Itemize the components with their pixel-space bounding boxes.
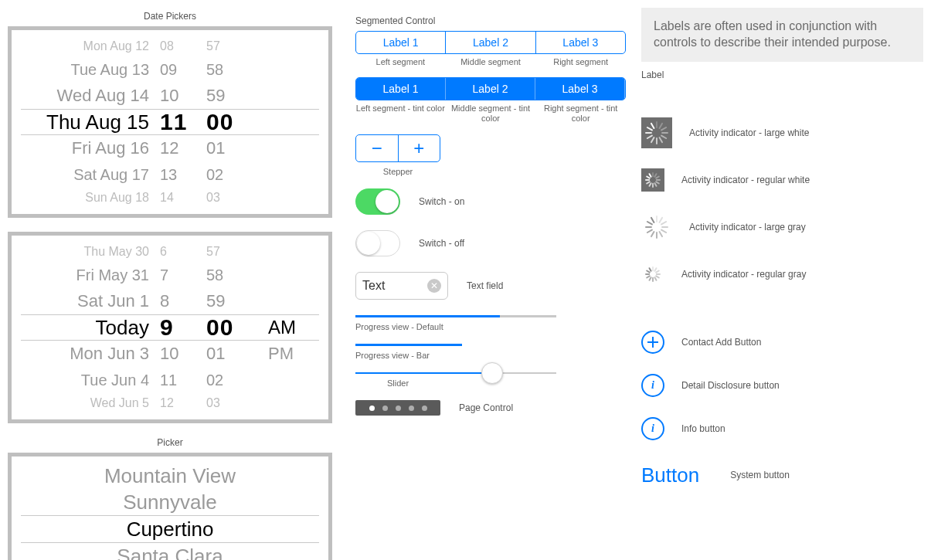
progress-view-bar: [355, 344, 556, 346]
segmented-control-title: Segmented Control: [355, 15, 626, 26]
stepper[interactable]: − +: [355, 134, 440, 162]
date-picker-2[interactable]: Thu May 30657Fri May 31758Sat Jun 1859To…: [8, 232, 332, 423]
date-pickers-title: Date Pickers: [8, 11, 332, 22]
picker-row[interactable]: Thu May 30657: [21, 242, 319, 262]
contact-add-caption: Contact Add Button: [681, 337, 761, 348]
detail-disclosure-button[interactable]: i: [641, 374, 664, 397]
slider-caption: Slider: [355, 378, 440, 388]
text-field[interactable]: Text ✕: [355, 272, 448, 300]
segment-middle[interactable]: Label 2: [446, 32, 535, 53]
picker-row[interactable]: Tue Jun 41102: [21, 367, 319, 393]
segment-left-tint[interactable]: Label 1: [356, 78, 446, 100]
segment-captions-tint: Left segment - tint color Middle segment…: [355, 104, 626, 124]
segment-middle-tint[interactable]: Label 2: [446, 78, 535, 100]
stepper-caption: Stepper: [355, 167, 440, 176]
picker-row[interactable]: Fri Aug 161201: [21, 135, 319, 161]
right-segment-tint-caption: Right segment - tint color: [535, 104, 626, 124]
clear-icon[interactable]: ✕: [427, 279, 441, 293]
picker-row[interactable]: Mon Jun 31001PM: [21, 341, 319, 367]
picker-row[interactable]: Tue Aug 130958: [21, 56, 319, 83]
segment-captions: Left segment Middle segment Right segmen…: [355, 57, 626, 66]
slider[interactable]: [355, 372, 556, 374]
label-example: Labels are often used in conjunction wit…: [641, 8, 923, 62]
activity-large-white-caption: Activity indicator - large white: [689, 127, 809, 138]
svg-rect-34: [647, 220, 654, 225]
progress-view-default: [355, 315, 556, 317]
picker-option[interactable]: Mountain View: [21, 463, 319, 489]
page-control-caption: Page Control: [459, 402, 513, 413]
svg-rect-26: [661, 220, 668, 225]
single-picker[interactable]: Mountain ViewSunnyvaleCupertinoSanta Cla…: [8, 453, 332, 560]
contact-add-button[interactable]: [641, 331, 664, 354]
svg-rect-33: [645, 226, 652, 228]
stepper-plus-button[interactable]: +: [399, 135, 440, 161]
info-icon: i: [651, 379, 654, 392]
svg-rect-10: [647, 126, 654, 131]
middle-segment-caption: Middle segment: [446, 57, 536, 66]
activity-regular-gray-caption: Activity indicator - regular gray: [681, 269, 806, 280]
page-dot[interactable]: [369, 406, 375, 411]
page-control[interactable]: [355, 400, 440, 416]
page-dot[interactable]: [409, 406, 414, 411]
page-dot[interactable]: [396, 406, 401, 411]
page-dot[interactable]: [422, 406, 427, 411]
picker-option[interactable]: Santa Clara: [21, 543, 319, 560]
picker-row[interactable]: Wed Aug 141059: [21, 83, 319, 109]
svg-rect-6: [656, 137, 657, 144]
svg-rect-0: [656, 121, 657, 128]
switch-off-caption: Switch - off: [419, 238, 464, 249]
svg-rect-36: [652, 266, 654, 271]
picker-row[interactable]: Today900AM: [21, 314, 319, 341]
slider-knob[interactable]: [481, 362, 503, 384]
segment-left[interactable]: Label 1: [356, 32, 446, 53]
svg-rect-9: [645, 132, 652, 134]
segmented-control-tinted[interactable]: Label 1 Label 2 Label 3: [355, 77, 626, 100]
switch-off[interactable]: [355, 230, 400, 256]
info-button[interactable]: i: [641, 417, 664, 440]
activity-indicator-regular-white-icon: [641, 168, 664, 192]
right-segment-caption: Right segment: [535, 57, 626, 66]
svg-rect-42: [652, 277, 654, 281]
progress-bar-caption: Progress view - Bar: [355, 351, 626, 360]
picker-row[interactable]: Wed Jun 51203: [21, 393, 319, 413]
svg-rect-3: [661, 132, 668, 134]
svg-rect-30: [656, 232, 657, 239]
segmented-control-default[interactable]: Label 1 Label 2 Label 3: [355, 31, 626, 54]
picker-row[interactable]: Fri May 31758: [21, 262, 319, 288]
picker-row[interactable]: Sat Jun 1859: [21, 288, 319, 314]
system-button[interactable]: Button: [641, 463, 699, 487]
svg-rect-45: [645, 273, 650, 275]
text-field-caption: Text field: [467, 280, 503, 291]
segment-right[interactable]: Label 3: [536, 32, 625, 53]
date-picker-1[interactable]: Mon Aug 120857Tue Aug 130958Wed Aug 1410…: [8, 26, 332, 218]
picker-row[interactable]: Thu Aug 151100: [21, 109, 319, 135]
svg-rect-35: [651, 216, 655, 223]
svg-rect-8: [647, 134, 654, 139]
svg-rect-28: [661, 229, 668, 233]
plus-icon: [647, 336, 659, 348]
picker-row[interactable]: Sun Aug 181403: [21, 188, 319, 208]
svg-rect-27: [661, 226, 668, 228]
page-dot[interactable]: [382, 406, 388, 411]
svg-rect-15: [656, 179, 661, 181]
svg-rect-21: [645, 179, 650, 181]
picker-option[interactable]: Sunnyvale: [21, 489, 319, 515]
svg-rect-7: [651, 136, 655, 143]
svg-rect-18: [652, 182, 654, 187]
picker-row[interactable]: Mon Aug 120857: [21, 36, 319, 56]
activity-indicator-regular-gray-icon: [641, 263, 664, 286]
svg-rect-4: [661, 134, 668, 139]
picker-option[interactable]: Cupertino: [21, 515, 319, 543]
system-button-caption: System button: [730, 470, 790, 480]
svg-rect-32: [647, 229, 654, 233]
stepper-minus-button[interactable]: −: [356, 135, 399, 161]
switch-on-caption: Switch - on: [419, 196, 464, 207]
svg-rect-31: [651, 230, 655, 237]
segment-right-tint[interactable]: Label 3: [535, 78, 625, 100]
svg-rect-5: [658, 136, 663, 143]
svg-rect-24: [656, 216, 657, 222]
picker-row[interactable]: Sat Aug 171302: [21, 161, 319, 188]
activity-large-gray-caption: Activity indicator - large gray: [689, 222, 806, 232]
progress-default-caption: Progress view - Default: [355, 322, 626, 331]
switch-on[interactable]: [355, 188, 400, 215]
